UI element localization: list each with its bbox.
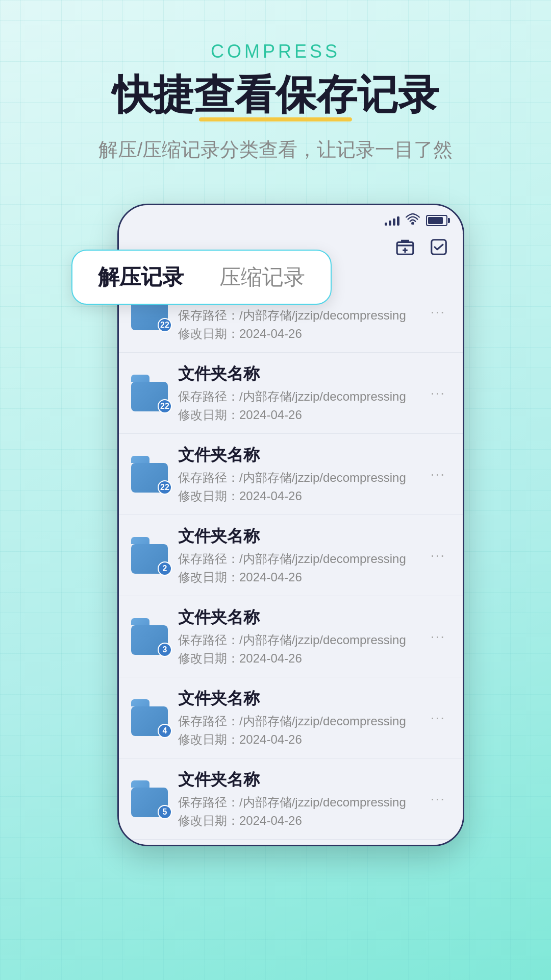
tab-decompress[interactable]: 解压记录 (88, 259, 194, 296)
file-date: 修改日期：2024-04-26 (178, 569, 415, 585)
header-section: COMPRESS 快捷查看保存记录 解压/压缩记录分类查看，让记录一目了然 (0, 31, 551, 183)
signal-icon (385, 215, 399, 226)
battery-icon (426, 215, 447, 226)
list-item[interactable]: 5 文件夹名称 保存路径：/内部存储/jzzip/decompressing 修… (119, 758, 463, 840)
select-all-icon[interactable] (427, 235, 450, 259)
folder-badge: 2 (158, 561, 172, 576)
file-name: 文件夹名称 (178, 444, 415, 467)
list-item[interactable]: 22 文件夹名称 保存路径：/内部存储/jzzip/decompressing … (119, 353, 463, 434)
more-options-icon[interactable]: ··· (425, 623, 450, 650)
more-options-icon[interactable]: ··· (425, 461, 450, 487)
more-options-icon[interactable]: ··· (425, 704, 450, 731)
more-options-icon[interactable]: ··· (425, 299, 450, 325)
page-container: COMPRESS 快捷查看保存记录 解压/压缩记录分类查看，让记录一目了然 解压… (0, 0, 551, 980)
folder-badge: 22 (158, 480, 172, 495)
folder-icon: 4 (131, 699, 168, 736)
file-name: 文件夹名称 (178, 363, 415, 385)
folder-icon: 2 (131, 537, 168, 574)
folder-badge: 4 (158, 724, 172, 738)
file-date: 修改日期：2024-04-26 (178, 731, 415, 748)
file-name: 文件夹名称 (178, 688, 415, 710)
file-date: 修改日期：2024-04-26 (178, 650, 415, 667)
phone-mockup-container: 解压记录 压缩记录 (117, 204, 464, 846)
file-path: 保存路径：/内部存储/jzzip/decompressing (178, 470, 415, 486)
wifi-icon (406, 213, 420, 228)
folder-icon: 22 (131, 456, 168, 493)
file-date: 修改日期：2024-04-26 (178, 813, 415, 829)
list-item[interactable]: 3 文件夹名称 保存路径：/内部存储/jzzip/decompressing 修… (119, 596, 463, 677)
file-date: 修改日期：2024-04-26 (178, 407, 415, 423)
file-path: 保存路径：/内部存储/jzzip/decompressing (178, 307, 415, 324)
folder-badge: 5 (158, 805, 172, 819)
tab-selector[interactable]: 解压记录 压缩记录 (71, 250, 332, 305)
file-path: 保存路径：/内部存储/jzzip/decompressing (178, 794, 415, 811)
file-name: 文件夹名称 (178, 606, 415, 629)
status-bar (119, 205, 463, 233)
more-options-icon[interactable]: ··· (425, 380, 450, 406)
subtitle: 解压/压缩记录分类查看，让记录一目了然 (31, 137, 520, 163)
file-name: 文件夹名称 (178, 525, 415, 548)
folder-badge: 3 (158, 643, 172, 657)
svg-point-0 (412, 223, 414, 225)
app-label: COMPRESS (31, 41, 520, 62)
file-info: 文件夹名称 保存路径：/内部存储/jzzip/decompressing 修改日… (178, 688, 415, 748)
file-path: 保存路径：/内部存储/jzzip/decompressing (178, 388, 415, 405)
folder-icon: 22 (131, 375, 168, 411)
list-item[interactable]: 4 文件夹名称 保存路径：/内部存储/jzzip/decompressing 修… (119, 677, 463, 758)
file-path: 保存路径：/内部存储/jzzip/decompressing (178, 713, 415, 729)
file-date: 修改日期：2024-04-26 (178, 488, 415, 504)
file-path: 保存路径：/内部存储/jzzip/decompressing (178, 551, 415, 567)
main-title: 快捷查看保存记录 (112, 72, 439, 117)
file-date: 修改日期：2024-04-26 (178, 326, 415, 342)
file-info: 文件夹名称 保存路径：/内部存储/jzzip/decompressing 修改日… (178, 525, 415, 585)
file-info: 文件夹名称 保存路径：/内部存储/jzzip/decompressing 修改日… (178, 444, 415, 504)
file-info: 文件夹名称 保存路径：/内部存储/jzzip/decompressing 修改日… (178, 606, 415, 667)
folder-badge: 22 (158, 318, 172, 332)
file-info: 文件夹名称 保存路径：/内部存储/jzzip/decompressing 修改日… (178, 769, 415, 829)
list-item[interactable]: 2 文件夹名称 保存路径：/内部存储/jzzip/decompressing 修… (119, 515, 463, 596)
add-folder-icon[interactable] (393, 235, 417, 259)
file-path: 保存路径：/内部存储/jzzip/decompressing (178, 632, 415, 648)
file-name: 文件夹名称 (178, 769, 415, 791)
list-item[interactable]: 22 文件夹名称 保存路径：/内部存储/jzzip/decompressing … (119, 434, 463, 515)
folder-icon: 5 (131, 780, 168, 817)
tab-compress[interactable]: 压缩记录 (209, 259, 315, 296)
more-options-icon[interactable]: ··· (425, 542, 450, 569)
title-underline (199, 117, 353, 121)
folder-icon: 3 (131, 618, 168, 655)
file-list: 22 文件夹名称 保存路径：/内部存储/jzzip/decompressing … (119, 266, 463, 845)
folder-badge: 22 (158, 399, 172, 413)
more-options-icon[interactable]: ··· (425, 786, 450, 812)
file-info: 文件夹名称 保存路径：/内部存储/jzzip/decompressing 修改日… (178, 363, 415, 423)
